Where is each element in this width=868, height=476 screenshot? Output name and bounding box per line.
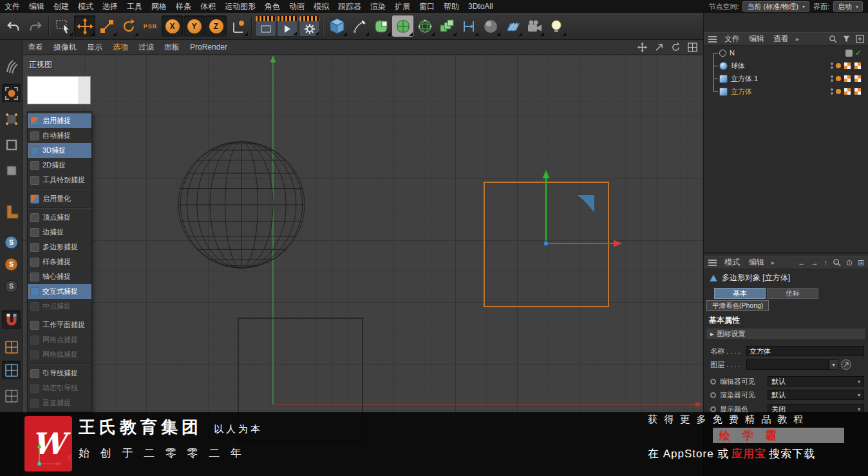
snap-item-interactive[interactable]: 交互式捕捉	[28, 284, 91, 299]
layer-input[interactable]	[746, 359, 829, 370]
filter-icon[interactable]	[842, 35, 851, 43]
menu-overflow-icon[interactable]: ▸	[794, 35, 801, 43]
keyframe-circle-icon[interactable]	[710, 392, 716, 398]
move-tool-button[interactable]	[74, 15, 95, 37]
snap-item-3d[interactable]: 3D捕捉	[28, 143, 91, 158]
visibility-dots[interactable]	[831, 88, 833, 95]
object-row-n[interactable]: N ✓	[704, 46, 868, 59]
vp-menu-filter[interactable]: 过滤	[133, 42, 159, 53]
undo-button[interactable]	[3, 15, 24, 37]
zoom-view-icon[interactable]	[654, 43, 664, 52]
volume-dropdown-button[interactable]	[480, 15, 501, 37]
vp-menu-options[interactable]: 选项	[108, 42, 133, 53]
render-settings-button[interactable]	[299, 15, 320, 37]
z-axis-lock-button[interactable]: Z	[205, 15, 227, 37]
am-menu-edit[interactable]: 编辑	[745, 257, 768, 268]
make-editable-button[interactable]	[2, 57, 21, 75]
tab-basic[interactable]: 基本	[714, 288, 766, 299]
am-menu-mode[interactable]: 模式	[721, 257, 744, 268]
snap-item-2d[interactable]: 2D捕捉	[28, 158, 91, 173]
menu-edit[interactable]: 编辑	[24, 1, 49, 12]
editor-visible-dropdown[interactable]: 默认 ▾	[768, 376, 864, 386]
layer-browser-button[interactable]	[841, 359, 851, 370]
render-view-button[interactable]	[255, 15, 276, 37]
solo-single-button[interactable]: S	[2, 233, 21, 252]
menu-mesh[interactable]: 网格	[147, 1, 171, 12]
points-mode-button[interactable]	[2, 109, 21, 128]
rotate-handle[interactable]	[578, 195, 594, 213]
grid-toggle-button[interactable]	[2, 386, 21, 405]
texture-tag-icon[interactable]	[854, 62, 862, 70]
menu-help[interactable]: 帮助	[439, 1, 464, 12]
forward-icon[interactable]: →	[811, 258, 818, 267]
selection-dot[interactable]	[836, 89, 841, 94]
workplane-grid-button[interactable]	[2, 361, 21, 379]
hamburger-icon[interactable]	[708, 262, 717, 263]
menu-mode[interactable]: 模式	[73, 1, 98, 12]
object-row-sphere[interactable]: 球体	[704, 59, 868, 72]
live-selection-button[interactable]	[52, 15, 73, 37]
menu-create[interactable]: 创建	[49, 1, 73, 12]
om-menu-edit[interactable]: 编辑	[745, 33, 768, 44]
render-picture-viewer-button[interactable]	[277, 15, 298, 37]
texture-tag-icon[interactable]	[854, 88, 862, 95]
clone-dropdown-button[interactable]	[436, 15, 457, 37]
quantize-grid-button[interactable]	[2, 338, 21, 356]
panel-splitter[interactable]	[704, 252, 868, 255]
subdivision-surface-button[interactable]	[370, 15, 392, 37]
keyframe-circle-icon[interactable]	[710, 379, 716, 385]
menu-3dtoall[interactable]: 3DtoAll	[464, 2, 498, 11]
menu-overflow-icon[interactable]: ▸	[769, 259, 777, 266]
object-name[interactable]: 球体	[731, 61, 745, 71]
selection-dot[interactable]	[836, 76, 841, 81]
floor-dropdown-button[interactable]	[502, 15, 523, 37]
snap-item-gridline[interactable]: 网格线捕捉	[28, 347, 91, 362]
visibility-dots[interactable]	[831, 75, 833, 82]
generator-dropdown-button[interactable]	[392, 15, 413, 37]
search-icon[interactable]	[829, 35, 837, 43]
vp-menu-display[interactable]: 显示	[82, 42, 108, 53]
icon-settings-group[interactable]: ▸ 图标设置	[706, 328, 866, 339]
tab-phong[interactable]: 平滑着色(Phong)	[706, 300, 769, 311]
name-input[interactable]	[746, 346, 864, 356]
snap-item-guide[interactable]: 引导线捕捉	[28, 366, 91, 381]
object-state-box[interactable]	[845, 50, 853, 57]
snap-item-perpendicular[interactable]: 垂直捕捉	[28, 395, 91, 410]
object-name[interactable]: N	[730, 49, 735, 57]
snap-item-midpoint[interactable]: 中点捕捉	[28, 299, 91, 314]
selection-dot[interactable]	[836, 63, 841, 68]
snap-item-vertex[interactable]: 顶点捕捉	[28, 210, 91, 225]
psr-tool-button[interactable]: PSR	[140, 15, 161, 37]
menu-file[interactable]: 文件	[0, 1, 24, 12]
back-icon[interactable]: ←	[798, 258, 806, 267]
node-space-dropdown[interactable]: 当前 (标准/物理) ▾	[742, 1, 809, 12]
menu-character[interactable]: 角色	[260, 1, 285, 12]
spline-tools-button[interactable]	[458, 15, 479, 37]
object-row-cube[interactable]: 立方体	[704, 85, 868, 98]
lock-icon[interactable]: ⊙	[846, 258, 853, 267]
snap-item-tool-special[interactable]: 工具特别捕捉	[28, 173, 91, 187]
visibility-dots[interactable]	[831, 62, 833, 69]
snap-item-edge[interactable]: 边捕捉	[28, 225, 91, 240]
up-icon[interactable]: ↑	[824, 258, 827, 267]
keyframe-circle-icon[interactable]	[710, 406, 716, 412]
chevron-down-icon[interactable]: ▾	[829, 359, 838, 370]
snap-item-dynamic-guide[interactable]: 动态引导线	[28, 381, 91, 395]
menu-window[interactable]: 窗口	[415, 1, 439, 12]
texture-tag-icon[interactable]	[844, 62, 851, 70]
object-name[interactable]: 立方体	[731, 87, 752, 97]
hamburger-icon[interactable]	[708, 39, 717, 40]
light-button[interactable]	[545, 15, 567, 37]
redo-button[interactable]	[24, 15, 46, 37]
menu-volume[interactable]: 体积	[196, 1, 220, 12]
solo-hierarchy-button[interactable]: S	[2, 255, 21, 274]
vp-menu-prorender[interactable]: ProRender	[185, 43, 232, 52]
tab-coordinates[interactable]: 坐标	[767, 288, 818, 299]
menu-spline[interactable]: 样条	[171, 1, 196, 12]
workplane-button[interactable]	[2, 202, 21, 221]
model-mode-button[interactable]	[2, 84, 21, 102]
solo-off-button[interactable]: S	[2, 277, 21, 296]
polygons-mode-button[interactable]	[2, 161, 21, 180]
search-icon[interactable]	[833, 258, 841, 267]
texture-tag-icon[interactable]	[854, 75, 862, 82]
